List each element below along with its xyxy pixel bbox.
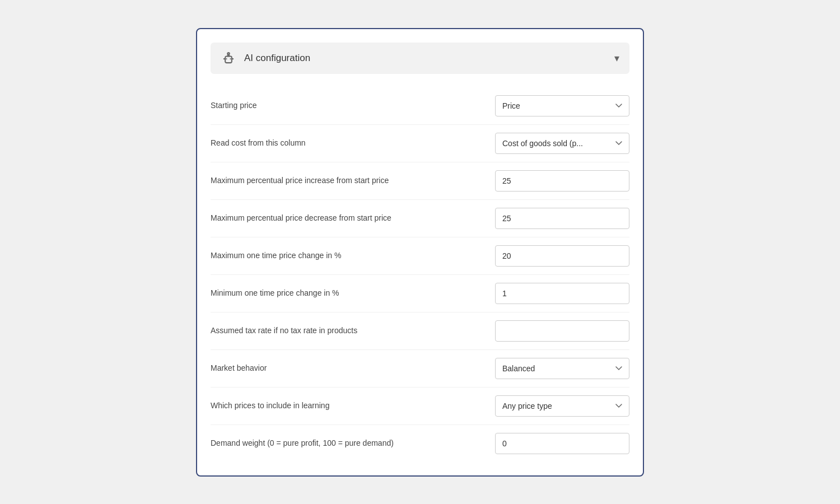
svg-point-1 <box>227 53 230 55</box>
control-starting-price: PriceCostCustom <box>495 95 629 116</box>
label-max-one-time-increase: Maximum one time price change in % <box>211 250 341 262</box>
chevron-down-icon: ▾ <box>614 52 619 64</box>
label-max-price-increase: Maximum percentual price increase from s… <box>211 175 389 186</box>
select-read-cost-column[interactable]: Cost of goods sold (p...NoneOther <box>495 133 629 154</box>
control-market-behavior: BalancedAggressiveConservative <box>495 358 629 379</box>
control-prices-in-learning: Any price typeSale prices onlyRegular pr… <box>495 395 629 417</box>
input-demand-weight[interactable] <box>495 433 629 454</box>
label-assumed-tax-rate: Assumed tax rate if no tax rate in produ… <box>211 325 357 337</box>
input-max-price-decrease[interactable] <box>495 208 629 229</box>
label-market-behavior: Market behavior <box>211 363 267 374</box>
label-prices-in-learning: Which prices to include in learning <box>211 400 329 412</box>
robot-icon <box>221 50 236 66</box>
label-demand-weight: Demand weight (0 = pure profit, 100 = pu… <box>211 438 394 449</box>
form-row-starting-price: Starting pricePriceCostCustom <box>211 87 629 125</box>
ai-configuration-panel: AI configuration ▾ Starting pricePriceCo… <box>196 28 644 477</box>
form-row-max-price-increase: Maximum percentual price increase from s… <box>211 162 629 200</box>
select-starting-price[interactable]: PriceCostCustom <box>495 95 629 116</box>
select-market-behavior[interactable]: BalancedAggressiveConservative <box>495 358 629 379</box>
control-assumed-tax-rate <box>495 320 629 342</box>
section-header-left: AI configuration <box>221 50 310 66</box>
section-title: AI configuration <box>244 53 310 64</box>
form-rows: Starting pricePriceCostCustomRead cost f… <box>211 87 629 462</box>
control-max-price-decrease <box>495 208 629 229</box>
form-row-prices-in-learning: Which prices to include in learningAny p… <box>211 388 629 425</box>
label-min-one-time-change: Minimum one time price change in % <box>211 288 339 299</box>
input-max-one-time-increase[interactable] <box>495 245 629 267</box>
form-row-min-one-time-change: Minimum one time price change in % <box>211 275 629 312</box>
label-read-cost-column: Read cost from this column <box>211 138 306 149</box>
input-min-one-time-change[interactable] <box>495 283 629 304</box>
form-row-demand-weight: Demand weight (0 = pure profit, 100 = pu… <box>211 425 629 462</box>
input-max-price-increase[interactable] <box>495 170 629 192</box>
section-header[interactable]: AI configuration ▾ <box>211 43 629 74</box>
label-starting-price: Starting price <box>211 100 256 111</box>
form-row-assumed-tax-rate: Assumed tax rate if no tax rate in produ… <box>211 312 629 350</box>
select-prices-in-learning[interactable]: Any price typeSale prices onlyRegular pr… <box>495 395 629 417</box>
form-row-market-behavior: Market behaviorBalancedAggressiveConserv… <box>211 350 629 388</box>
form-row-read-cost-column: Read cost from this columnCost of goods … <box>211 125 629 162</box>
input-assumed-tax-rate[interactable] <box>495 320 629 342</box>
form-row-max-price-decrease: Maximum percentual price decrease from s… <box>211 200 629 237</box>
label-max-price-decrease: Maximum percentual price decrease from s… <box>211 213 391 224</box>
control-demand-weight <box>495 433 629 454</box>
control-max-one-time-increase <box>495 245 629 267</box>
form-row-max-one-time-increase: Maximum one time price change in % <box>211 237 629 275</box>
control-min-one-time-change <box>495 283 629 304</box>
control-max-price-increase <box>495 170 629 192</box>
svg-rect-0 <box>225 56 232 63</box>
control-read-cost-column: Cost of goods sold (p...NoneOther <box>495 133 629 154</box>
